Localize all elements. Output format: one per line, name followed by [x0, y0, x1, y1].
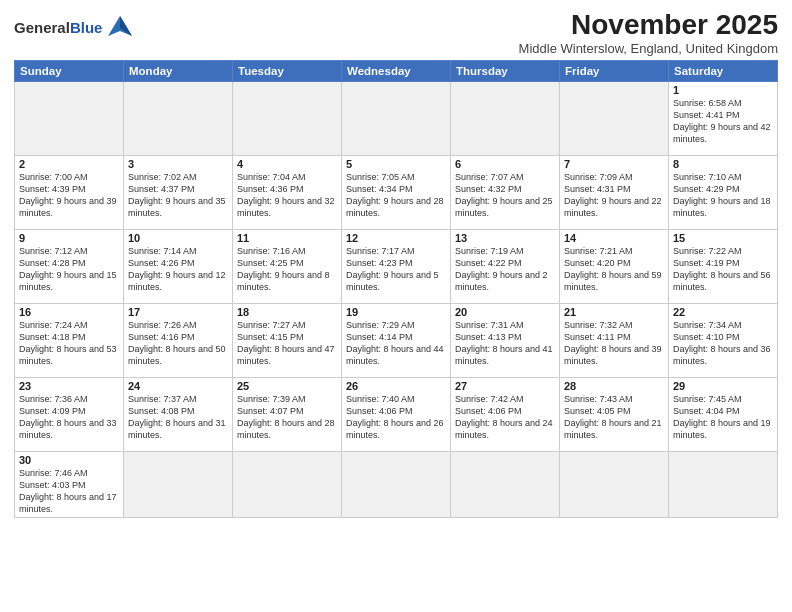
table-row: 7Sunrise: 7:09 AM Sunset: 4:31 PM Daylig… [560, 155, 669, 229]
day-info: Sunrise: 7:10 AM Sunset: 4:29 PM Dayligh… [673, 171, 773, 220]
header-sunday: Sunday [15, 60, 124, 81]
day-number: 25 [237, 380, 337, 392]
table-row: 23Sunrise: 7:36 AM Sunset: 4:09 PM Dayli… [15, 377, 124, 451]
calendar-week-3: 9Sunrise: 7:12 AM Sunset: 4:28 PM Daylig… [15, 229, 778, 303]
logo: GeneralBlue [14, 14, 134, 42]
logo-general: General [14, 19, 70, 36]
day-info: Sunrise: 7:26 AM Sunset: 4:16 PM Dayligh… [128, 319, 228, 368]
day-info: Sunrise: 7:12 AM Sunset: 4:28 PM Dayligh… [19, 245, 119, 294]
table-row: 14Sunrise: 7:21 AM Sunset: 4:20 PM Dayli… [560, 229, 669, 303]
table-row [15, 81, 124, 155]
calendar-week-4: 16Sunrise: 7:24 AM Sunset: 4:18 PM Dayli… [15, 303, 778, 377]
header-wednesday: Wednesday [342, 60, 451, 81]
table-row [560, 451, 669, 518]
table-row: 22Sunrise: 7:34 AM Sunset: 4:10 PM Dayli… [669, 303, 778, 377]
header-tuesday: Tuesday [233, 60, 342, 81]
day-number: 14 [564, 232, 664, 244]
day-info: Sunrise: 7:00 AM Sunset: 4:39 PM Dayligh… [19, 171, 119, 220]
calendar-week-5: 23Sunrise: 7:36 AM Sunset: 4:09 PM Dayli… [15, 377, 778, 451]
day-number: 18 [237, 306, 337, 318]
day-info: Sunrise: 7:40 AM Sunset: 4:06 PM Dayligh… [346, 393, 446, 442]
header-thursday: Thursday [451, 60, 560, 81]
day-number: 10 [128, 232, 228, 244]
day-number: 13 [455, 232, 555, 244]
month-title: November 2025 [519, 10, 778, 41]
table-row [451, 451, 560, 518]
table-row [560, 81, 669, 155]
day-number: 6 [455, 158, 555, 170]
table-row: 6Sunrise: 7:07 AM Sunset: 4:32 PM Daylig… [451, 155, 560, 229]
day-number: 2 [19, 158, 119, 170]
day-info: Sunrise: 7:17 AM Sunset: 4:23 PM Dayligh… [346, 245, 446, 294]
location-subtitle: Middle Winterslow, England, United Kingd… [519, 41, 778, 56]
day-info: Sunrise: 7:21 AM Sunset: 4:20 PM Dayligh… [564, 245, 664, 294]
day-info: Sunrise: 7:07 AM Sunset: 4:32 PM Dayligh… [455, 171, 555, 220]
table-row [451, 81, 560, 155]
table-row [124, 451, 233, 518]
table-row: 4Sunrise: 7:04 AM Sunset: 4:36 PM Daylig… [233, 155, 342, 229]
day-info: Sunrise: 7:04 AM Sunset: 4:36 PM Dayligh… [237, 171, 337, 220]
table-row [233, 451, 342, 518]
table-row: 28Sunrise: 7:43 AM Sunset: 4:05 PM Dayli… [560, 377, 669, 451]
day-number: 9 [19, 232, 119, 244]
header: GeneralBlue November 2025 Middle Winters… [14, 10, 778, 56]
day-info: Sunrise: 6:58 AM Sunset: 4:41 PM Dayligh… [673, 97, 773, 146]
header-saturday: Saturday [669, 60, 778, 81]
calendar-week-1: 1Sunrise: 6:58 AM Sunset: 4:41 PM Daylig… [15, 81, 778, 155]
table-row: 26Sunrise: 7:40 AM Sunset: 4:06 PM Dayli… [342, 377, 451, 451]
day-number: 19 [346, 306, 446, 318]
day-info: Sunrise: 7:05 AM Sunset: 4:34 PM Dayligh… [346, 171, 446, 220]
calendar-week-2: 2Sunrise: 7:00 AM Sunset: 4:39 PM Daylig… [15, 155, 778, 229]
day-info: Sunrise: 7:31 AM Sunset: 4:13 PM Dayligh… [455, 319, 555, 368]
day-number: 5 [346, 158, 446, 170]
table-row: 1Sunrise: 6:58 AM Sunset: 4:41 PM Daylig… [669, 81, 778, 155]
day-info: Sunrise: 7:34 AM Sunset: 4:10 PM Dayligh… [673, 319, 773, 368]
page: GeneralBlue November 2025 Middle Winters… [0, 0, 792, 612]
table-row: 30Sunrise: 7:46 AM Sunset: 4:03 PM Dayli… [15, 451, 124, 518]
logo-blue: Blue [70, 19, 103, 36]
day-info: Sunrise: 7:09 AM Sunset: 4:31 PM Dayligh… [564, 171, 664, 220]
day-number: 4 [237, 158, 337, 170]
day-number: 15 [673, 232, 773, 244]
title-block: November 2025 Middle Winterslow, England… [519, 10, 778, 56]
table-row: 13Sunrise: 7:19 AM Sunset: 4:22 PM Dayli… [451, 229, 560, 303]
day-info: Sunrise: 7:27 AM Sunset: 4:15 PM Dayligh… [237, 319, 337, 368]
table-row: 8Sunrise: 7:10 AM Sunset: 4:29 PM Daylig… [669, 155, 778, 229]
day-info: Sunrise: 7:02 AM Sunset: 4:37 PM Dayligh… [128, 171, 228, 220]
day-number: 7 [564, 158, 664, 170]
day-number: 16 [19, 306, 119, 318]
table-row [342, 81, 451, 155]
table-row: 27Sunrise: 7:42 AM Sunset: 4:06 PM Dayli… [451, 377, 560, 451]
day-info: Sunrise: 7:19 AM Sunset: 4:22 PM Dayligh… [455, 245, 555, 294]
table-row: 20Sunrise: 7:31 AM Sunset: 4:13 PM Dayli… [451, 303, 560, 377]
day-info: Sunrise: 7:32 AM Sunset: 4:11 PM Dayligh… [564, 319, 664, 368]
day-number: 21 [564, 306, 664, 318]
day-number: 17 [128, 306, 228, 318]
table-row: 17Sunrise: 7:26 AM Sunset: 4:16 PM Dayli… [124, 303, 233, 377]
day-number: 24 [128, 380, 228, 392]
day-number: 26 [346, 380, 446, 392]
day-info: Sunrise: 7:39 AM Sunset: 4:07 PM Dayligh… [237, 393, 337, 442]
day-number: 29 [673, 380, 773, 392]
table-row [669, 451, 778, 518]
logo-text: GeneralBlue [14, 20, 102, 37]
day-number: 3 [128, 158, 228, 170]
table-row: 10Sunrise: 7:14 AM Sunset: 4:26 PM Dayli… [124, 229, 233, 303]
table-row: 21Sunrise: 7:32 AM Sunset: 4:11 PM Dayli… [560, 303, 669, 377]
day-number: 27 [455, 380, 555, 392]
day-number: 30 [19, 454, 119, 466]
day-number: 8 [673, 158, 773, 170]
day-number: 20 [455, 306, 555, 318]
day-number: 1 [673, 84, 773, 96]
day-info: Sunrise: 7:36 AM Sunset: 4:09 PM Dayligh… [19, 393, 119, 442]
table-row: 5Sunrise: 7:05 AM Sunset: 4:34 PM Daylig… [342, 155, 451, 229]
day-number: 22 [673, 306, 773, 318]
header-monday: Monday [124, 60, 233, 81]
table-row [124, 81, 233, 155]
table-row: 16Sunrise: 7:24 AM Sunset: 4:18 PM Dayli… [15, 303, 124, 377]
day-number: 12 [346, 232, 446, 244]
table-row: 9Sunrise: 7:12 AM Sunset: 4:28 PM Daylig… [15, 229, 124, 303]
day-info: Sunrise: 7:22 AM Sunset: 4:19 PM Dayligh… [673, 245, 773, 294]
day-info: Sunrise: 7:42 AM Sunset: 4:06 PM Dayligh… [455, 393, 555, 442]
day-info: Sunrise: 7:37 AM Sunset: 4:08 PM Dayligh… [128, 393, 228, 442]
